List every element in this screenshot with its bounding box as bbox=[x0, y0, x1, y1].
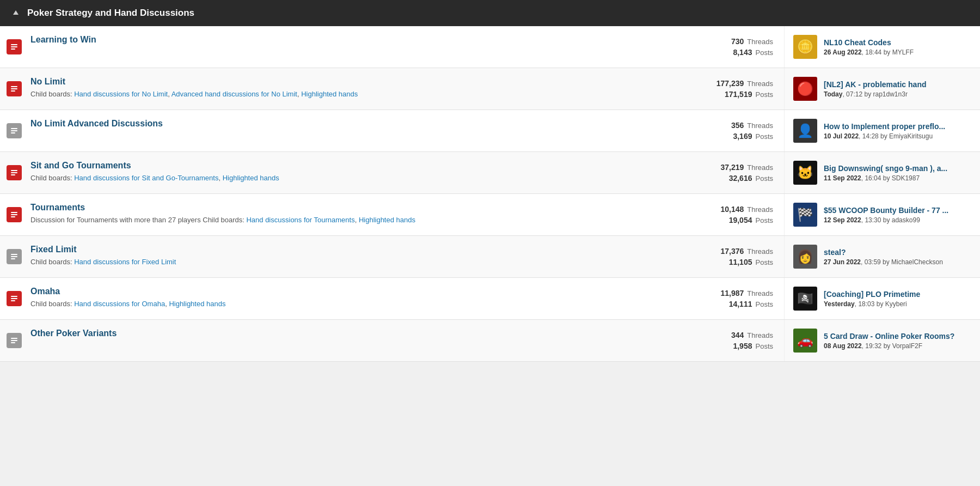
svg-rect-14 bbox=[11, 214, 17, 215]
forum-title-link[interactable]: No Limit Advanced Discussions bbox=[30, 119, 670, 129]
posts-label: Posts bbox=[755, 300, 773, 308]
thread-count: 10,148 bbox=[720, 205, 744, 214]
svg-rect-10 bbox=[11, 170, 17, 171]
svg-rect-11 bbox=[11, 172, 17, 173]
page-title: Poker Strategy and Hand Discussions bbox=[27, 8, 194, 19]
posts-stat: 14,111Posts bbox=[729, 300, 773, 308]
forum-icon-cell bbox=[0, 278, 28, 319]
post-count: 8,143 bbox=[733, 48, 752, 57]
posts-label: Posts bbox=[755, 342, 773, 350]
thread-count: 730 bbox=[731, 37, 744, 46]
svg-rect-20 bbox=[11, 298, 17, 299]
last-post-title-link[interactable]: [Coaching] PLO Primetime bbox=[824, 290, 971, 299]
forum-description: Child boards: Hand discussions for Fixed… bbox=[30, 257, 670, 268]
posts-label: Posts bbox=[755, 48, 773, 57]
thread-count: 37,219 bbox=[720, 163, 744, 172]
last-post-author: MichaelCheckson bbox=[891, 258, 943, 266]
thread-count: 177,239 bbox=[716, 79, 744, 88]
posts-label: Posts bbox=[755, 90, 773, 99]
forum-icon-cell bbox=[0, 194, 28, 235]
last-post-info: NL10 Cheat Codes26 Aug 2022, 18:44 by MY… bbox=[824, 38, 971, 56]
child-board-link[interactable]: Hand discussions for Sit and Go-Tourname… bbox=[74, 174, 218, 182]
last-post-date: 12 Sep 2022 bbox=[824, 216, 861, 224]
last-post-title-link[interactable]: steal? bbox=[824, 248, 971, 257]
thread-count: 17,376 bbox=[720, 247, 744, 256]
posts-stat: 171,519Posts bbox=[725, 90, 773, 99]
child-board-link[interactable]: Hand discussions for No Limit bbox=[74, 90, 168, 98]
svg-marker-0 bbox=[13, 10, 19, 15]
last-post-author: adasko99 bbox=[892, 216, 920, 224]
threads-stat: 11,987Threads bbox=[720, 289, 773, 297]
svg-rect-7 bbox=[11, 128, 17, 129]
threads-stat: 17,376Threads bbox=[720, 247, 773, 256]
svg-rect-19 bbox=[11, 296, 17, 297]
svg-rect-18 bbox=[11, 258, 15, 259]
child-board-link[interactable]: Highlighted hands bbox=[359, 216, 415, 224]
child-board-link[interactable]: Hand discussions for Tournaments bbox=[246, 216, 354, 224]
last-post-date: Today bbox=[824, 90, 842, 98]
forum-title-link[interactable]: Fixed Limit bbox=[30, 245, 670, 254]
forum-title-link[interactable]: No Limit bbox=[30, 77, 670, 87]
svg-rect-13 bbox=[11, 212, 17, 213]
forum-icon-cell bbox=[0, 68, 28, 110]
forum-last-post-cell: 🐱Big Downswing( sngo 9-man ), a...11 Sep… bbox=[784, 152, 980, 193]
forum-description: Discussion for Tournaments with more tha… bbox=[30, 215, 670, 226]
collapse-icon[interactable] bbox=[11, 8, 21, 18]
child-board-link[interactable]: Highlighted hands bbox=[169, 300, 225, 308]
forum-title-link[interactable]: Other Poker Variants bbox=[30, 329, 670, 338]
forum-title-link[interactable]: Tournaments bbox=[30, 203, 670, 212]
child-board-link[interactable]: Advanced hand discussions for No Limit bbox=[171, 90, 297, 98]
avatar: 🏁 bbox=[793, 203, 817, 227]
last-post-info: [NL2] AK - problematic handToday, 07:12 … bbox=[824, 80, 971, 98]
last-post-title-link[interactable]: 5 Card Draw - Online Poker Rooms? bbox=[824, 332, 971, 341]
avatar: 🪙 bbox=[793, 35, 817, 59]
child-board-link[interactable]: Highlighted hands bbox=[223, 174, 279, 182]
threads-label: Threads bbox=[747, 80, 773, 88]
forum-stats-cell: 10,148Threads19,054Posts bbox=[675, 194, 784, 235]
avatar: 👩 bbox=[793, 245, 817, 269]
svg-rect-5 bbox=[11, 88, 17, 89]
threads-label: Threads bbox=[747, 163, 773, 172]
last-post-meta: 08 Aug 2022, 19:32 by VorpalF2F bbox=[824, 342, 971, 350]
last-post-title-link[interactable]: [NL2] AK - problematic hand bbox=[824, 80, 971, 89]
post-count: 32,616 bbox=[729, 174, 752, 183]
forum-info-cell: No Limit Advanced Discussions bbox=[28, 110, 675, 151]
posts-stat: 19,054Posts bbox=[729, 216, 773, 224]
last-post-meta: 12 Sep 2022, 13:30 by adasko99 bbox=[824, 216, 971, 224]
forum-title-link[interactable]: Omaha bbox=[30, 287, 670, 296]
forum-info-cell: OmahaChild boards: Hand discussions for … bbox=[28, 278, 675, 319]
last-post-author: Kyyberi bbox=[885, 300, 907, 308]
child-board-link[interactable]: Highlighted hands bbox=[301, 90, 358, 98]
forum-title-link[interactable]: Learning to Win bbox=[30, 35, 670, 45]
last-post-date: Yesterday bbox=[824, 300, 855, 308]
forum-row: No LimitChild boards: Hand discussions f… bbox=[0, 68, 980, 110]
posts-stat: 3,169Posts bbox=[733, 132, 773, 141]
posts-label: Posts bbox=[755, 258, 773, 266]
last-post-title-link[interactable]: Big Downswing( sngo 9-man ), a... bbox=[824, 164, 971, 173]
threads-stat: 356Threads bbox=[731, 121, 773, 130]
forum-icon-cell bbox=[0, 110, 28, 151]
last-post-meta: 27 Jun 2022, 03:59 by MichaelCheckson bbox=[824, 258, 971, 266]
post-count: 11,105 bbox=[729, 258, 752, 266]
post-count: 19,054 bbox=[729, 216, 752, 224]
forum-status-icon bbox=[7, 207, 22, 222]
threads-label: Threads bbox=[747, 122, 773, 130]
forum-description: Child boards: Hand discussions for Omaha… bbox=[30, 299, 670, 309]
forum-stats-cell: 356Threads3,169Posts bbox=[675, 110, 784, 151]
child-board-link[interactable]: Hand discussions for Omaha bbox=[74, 300, 165, 308]
last-post-title-link[interactable]: $55 WCOOP Bounty Builder - 77 ... bbox=[824, 206, 971, 215]
forum-icon-cell bbox=[0, 26, 28, 68]
last-post-meta: Yesterday, 18:03 by Kyyberi bbox=[824, 300, 971, 308]
last-post-title-link[interactable]: How to Implement proper preflo... bbox=[824, 122, 971, 131]
last-post-title-link[interactable]: NL10 Cheat Codes bbox=[824, 38, 971, 47]
forum-stats-cell: 17,376Threads11,105Posts bbox=[675, 236, 784, 277]
forum-title-link[interactable]: Sit and Go Tournaments bbox=[30, 161, 670, 171]
svg-rect-3 bbox=[11, 48, 15, 50]
avatar: 👤 bbox=[793, 119, 817, 143]
last-post-author: MYLFF bbox=[892, 48, 914, 56]
forum-icon-cell bbox=[0, 236, 28, 277]
svg-rect-15 bbox=[11, 216, 15, 217]
child-board-link[interactable]: Hand discussions for Fixed Limit bbox=[74, 258, 176, 266]
thread-count: 344 bbox=[731, 331, 744, 339]
posts-label: Posts bbox=[755, 174, 773, 183]
